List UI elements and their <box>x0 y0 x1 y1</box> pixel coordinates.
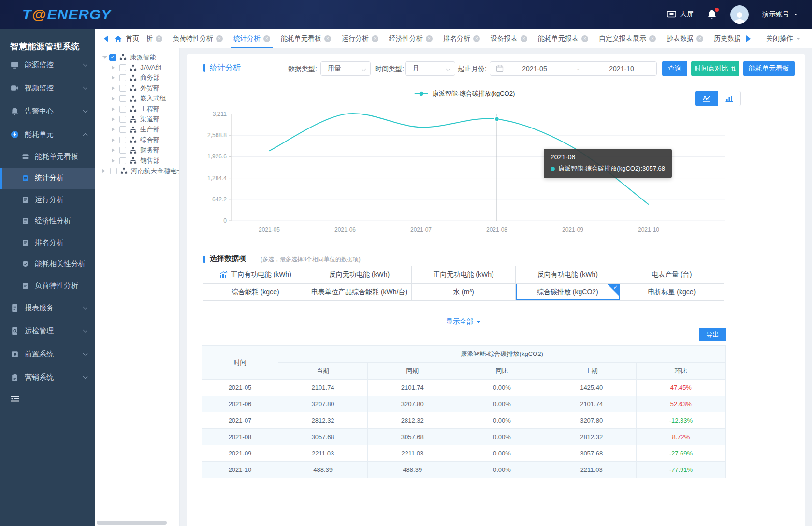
tab-close-icon[interactable]: × <box>473 35 480 42</box>
tree-caret-icon[interactable] <box>112 159 116 163</box>
tree-checkbox[interactable] <box>119 95 126 102</box>
data-item-cell[interactable]: 电折标量 (kgce) <box>620 284 724 301</box>
data-item-cell[interactable]: 正向无功电能 (kWh) <box>412 266 516 284</box>
sidebar-item[interactable]: 前置系统 <box>0 343 95 366</box>
submenu-item[interactable]: 排名分析 <box>0 232 95 254</box>
tab[interactable]: 经济性分析× <box>386 29 435 48</box>
sidebar-item[interactable]: 能源监控 <box>0 53 95 76</box>
tree-caret-icon[interactable] <box>112 97 116 100</box>
tab[interactable]: 运行分析× <box>339 29 381 48</box>
tree-caret-icon[interactable] <box>112 138 116 142</box>
sidebar-item[interactable]: 视频监控 <box>0 76 95 100</box>
tree-caret-icon[interactable] <box>112 107 116 111</box>
data-item-cell[interactable]: 电表单位产品综合能耗 (kWh/台) <box>307 284 411 301</box>
tabs-scroll-right-icon[interactable] <box>746 35 754 42</box>
chart-legend[interactable]: 康派智能-综合碳排放(kgCO2) <box>414 89 515 98</box>
data-item-cell[interactable]: 反向无功电能 (kWh) <box>307 266 411 284</box>
data-item-cell[interactable]: 水 (m³) <box>412 284 516 301</box>
submenu-item[interactable]: 负荷特性分析 <box>0 275 95 297</box>
tab-close-icon[interactable]: × <box>521 35 527 42</box>
notification-bell-icon[interactable] <box>707 9 717 20</box>
tree-caret-icon[interactable] <box>112 76 116 80</box>
tab-close-icon[interactable]: × <box>216 35 223 42</box>
tree-caret-icon[interactable] <box>112 86 116 90</box>
tree-node[interactable]: 工程部 <box>95 104 179 114</box>
submenu-item[interactable]: 经济性分析 <box>0 211 95 232</box>
tab-close-icon[interactable]: × <box>324 35 331 42</box>
line-chart-toggle-button[interactable] <box>695 91 718 106</box>
tree-node[interactable]: 嵌入式组 <box>95 94 179 104</box>
tree-node[interactable]: 商务部 <box>95 73 179 83</box>
sidebar-item[interactable]: 运检管理 <box>0 320 95 343</box>
sidebar-item[interactable]: 报表服务 <box>0 297 95 320</box>
tab[interactable]: 析× <box>147 29 165 48</box>
tabs-scroll-left-icon[interactable] <box>101 35 108 42</box>
tree-caret-icon[interactable] <box>112 128 116 131</box>
tree-caret-icon[interactable] <box>102 56 107 61</box>
tab[interactable]: 抄表数据× <box>664 29 706 48</box>
tree-caret-icon[interactable] <box>112 66 116 70</box>
tab[interactable]: 能耗单元报表× <box>535 29 591 48</box>
sidebar-item[interactable]: 告警中心 <box>0 100 95 123</box>
tab[interactable]: 排名分析× <box>440 29 483 48</box>
tab[interactable]: 能耗单元看板× <box>278 29 334 48</box>
home-tab[interactable]: 首页 <box>112 33 147 44</box>
export-button[interactable]: 导出 <box>699 328 726 341</box>
submenu-item[interactable]: 统计分析 <box>0 168 95 189</box>
tree-checkbox[interactable] <box>119 85 126 92</box>
tree-node[interactable]: 外贸部 <box>95 83 179 93</box>
big-screen-button[interactable]: 大屏 <box>667 10 694 19</box>
tree-checkbox[interactable] <box>119 64 126 71</box>
tree-caret-icon[interactable] <box>112 148 116 152</box>
sidebar-item[interactable]: 营销系统 <box>0 366 95 389</box>
bar-chart-toggle-button[interactable] <box>718 91 740 106</box>
tree-caret-icon[interactable] <box>112 117 116 121</box>
avatar[interactable] <box>730 5 749 24</box>
tab[interactable]: 历史数据× <box>711 29 743 48</box>
tree-checkbox[interactable] <box>119 106 126 113</box>
tree-node[interactable]: ✓康派智能 <box>95 52 179 62</box>
show-all-link[interactable]: 显示全部 <box>446 317 481 326</box>
tab-close-icon[interactable]: × <box>263 35 270 42</box>
data-type-select[interactable]: 用量 <box>320 61 371 76</box>
submenu-item[interactable]: 能耗单元看板 <box>0 146 95 168</box>
tree-node[interactable]: 销售部 <box>95 156 179 166</box>
data-item-cell[interactable]: 综合碳排放 (kgCO2)✓ <box>516 284 620 301</box>
submenu-item[interactable]: 能耗相关性分析 <box>0 254 95 275</box>
tree-checkbox[interactable] <box>119 157 126 164</box>
tab-close-icon[interactable]: × <box>372 35 378 42</box>
account-menu[interactable]: 演示账号 <box>762 10 798 19</box>
tab[interactable]: 统计分析× <box>231 29 273 48</box>
unit-board-button[interactable]: 能耗单元看板 <box>743 61 795 76</box>
tree-checkbox[interactable] <box>119 137 126 143</box>
tab[interactable]: 自定义报表展示× <box>596 29 659 48</box>
time-type-select[interactable]: 月 <box>405 61 455 76</box>
tree-node[interactable]: JAVA组 <box>95 62 179 72</box>
tree-node[interactable]: 生产部 <box>95 125 179 135</box>
tab[interactable]: 设备报表× <box>488 29 530 48</box>
tree-caret-icon[interactable] <box>102 169 107 173</box>
collapse-sidebar-icon[interactable] <box>11 395 20 402</box>
submenu-item[interactable]: 运行分析 <box>0 189 95 211</box>
data-item-cell[interactable]: 反向有功电能 (kWh) <box>516 266 620 284</box>
close-operations-menu[interactable]: 关闭操作 <box>757 33 812 44</box>
tree-node[interactable]: 综合部 <box>95 135 179 145</box>
tree-checkbox[interactable] <box>119 147 126 154</box>
query-button[interactable]: 查询 <box>662 61 687 76</box>
tree-scrollbar[interactable] <box>97 521 167 525</box>
tree-checkbox[interactable] <box>119 116 126 123</box>
compare-button[interactable]: 时间点对比 ⇅ <box>691 61 740 76</box>
tree-checkbox[interactable] <box>110 168 117 174</box>
tree-node[interactable]: 河南航天金穗电子有 <box>95 166 179 176</box>
sidebar-item[interactable]: 能耗单元 <box>0 123 95 146</box>
data-item-cell[interactable]: 综合能耗 (kgce) <box>203 284 307 301</box>
tab-close-icon[interactable]: × <box>156 35 162 42</box>
tab-close-icon[interactable]: × <box>649 35 656 42</box>
tab-close-icon[interactable]: × <box>696 35 703 42</box>
tab[interactable]: 负荷特性分析× <box>170 29 226 48</box>
tab-close-icon[interactable]: × <box>581 35 588 42</box>
tree-checkbox[interactable] <box>119 74 126 81</box>
tree-node[interactable]: 财务部 <box>95 145 179 156</box>
tree-node[interactable]: 渠道部 <box>95 114 179 124</box>
tree-checkbox[interactable]: ✓ <box>109 54 116 61</box>
